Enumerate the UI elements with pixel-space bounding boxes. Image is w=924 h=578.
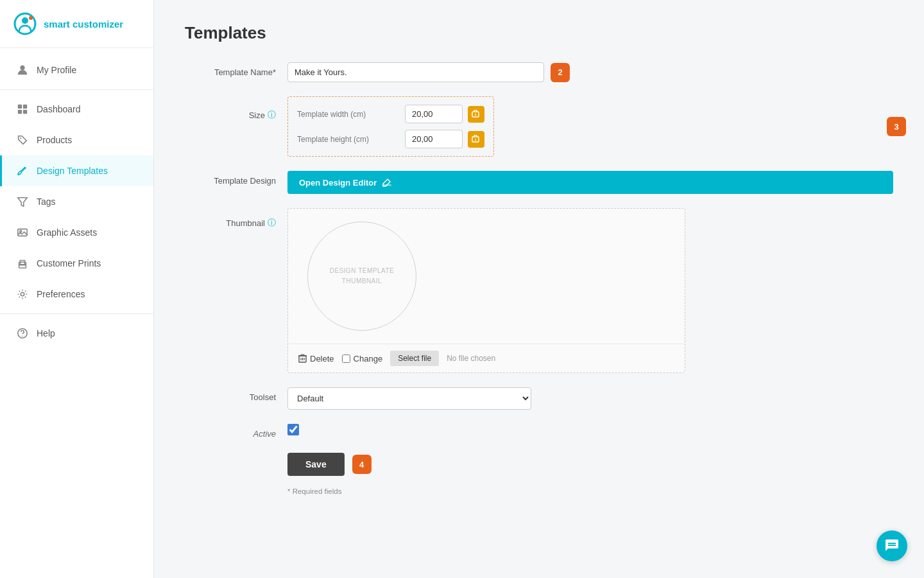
sidebar-item-customer-prints[interactable]: Customer Prints	[0, 248, 153, 279]
save-row: Save 4	[287, 453, 893, 476]
sidebar-label-help: Help	[37, 328, 55, 338]
sidebar-item-dashboard[interactable]: Dashboard	[0, 94, 153, 125]
active-row: Active	[185, 424, 893, 439]
svg-point-16	[21, 292, 24, 295]
logo-text: smart customizer	[44, 19, 123, 30]
sidebar-label-design-templates: Design Templates	[37, 166, 108, 176]
page-title: Templates	[185, 23, 893, 43]
change-label: Change	[354, 354, 383, 363]
filter-icon	[16, 195, 29, 208]
svg-point-3	[20, 66, 24, 70]
tag-icon	[16, 134, 29, 146]
step-badge-2: 2	[551, 63, 570, 82]
main-content: Templates Template Name* 2 Size ⓘ Templa…	[154, 0, 924, 578]
required-note: * Required fields	[287, 487, 893, 495]
sidebar-label-preferences: Preferences	[37, 289, 85, 299]
sidebar-item-tags[interactable]: Tags	[0, 186, 153, 217]
svg-point-15	[25, 263, 26, 264]
change-checkbox-label[interactable]: Change	[342, 354, 383, 363]
svg-point-2	[29, 16, 33, 20]
sidebar-item-products[interactable]: Products	[0, 125, 153, 155]
change-checkbox[interactable]	[342, 355, 350, 363]
save-button[interactable]: Save	[287, 453, 345, 476]
open-design-editor-label: Open Design Editor	[299, 178, 377, 188]
sidebar-label-graphic-assets: Graphic Assets	[37, 227, 97, 238]
thumbnail-row: Thumbnail ⓘ DESIGN TEMPLATE THUMBNAIL De…	[185, 208, 893, 373]
sidebar-item-preferences[interactable]: Preferences	[0, 279, 153, 310]
thumbnail-circle-text: DESIGN TEMPLATE THUMBNAIL	[330, 266, 394, 286]
width-warn-icon[interactable]	[468, 106, 484, 123]
save-label: Save	[305, 459, 327, 469]
sidebar-label-customer-prints: Customer Prints	[37, 258, 101, 268]
svg-rect-11	[18, 229, 27, 236]
size-block: Template width (cm) Template height (cm)	[287, 96, 494, 157]
step-badge-4: 4	[352, 455, 372, 474]
template-name-row: Template Name* 2	[185, 62, 893, 82]
sidebar-label-my-profile: My Profile	[37, 65, 76, 75]
template-name-input[interactable]	[287, 62, 544, 82]
logo-icon	[13, 12, 37, 36]
trash-icon	[298, 354, 307, 363]
thumbnail-preview: DESIGN TEMPLATE THUMBNAIL	[288, 209, 685, 344]
delete-label: Delete	[310, 354, 334, 363]
active-checkbox[interactable]	[287, 424, 299, 435]
sidebar-item-my-profile[interactable]: My Profile	[0, 55, 153, 85]
template-design-label: Template Design	[185, 171, 287, 186]
brush-icon	[16, 164, 29, 177]
select-file-label: Select file	[398, 354, 431, 363]
logo-area: smart customizer	[0, 0, 153, 48]
svg-rect-4	[18, 105, 22, 109]
height-field-row: Template height (cm)	[297, 130, 484, 148]
dashboard-icon	[16, 103, 29, 116]
height-warn-icon[interactable]	[468, 131, 484, 148]
width-label: Template width (cm)	[297, 110, 400, 119]
sidebar-item-graphic-assets[interactable]: Graphic Assets	[0, 217, 153, 248]
template-name-input-row: 2	[287, 62, 893, 82]
svg-marker-10	[18, 198, 27, 207]
thumbnail-actions: Delete Change Select file No file chosen	[288, 344, 685, 372]
sidebar-label-dashboard: Dashboard	[37, 104, 81, 114]
svg-point-18	[22, 336, 22, 337]
svg-rect-7	[23, 110, 27, 114]
active-label: Active	[185, 424, 287, 439]
thumbnail-info-icon[interactable]: ⓘ	[268, 217, 276, 229]
height-label: Template height (cm)	[297, 135, 400, 144]
thumbnail-box: DESIGN TEMPLATE THUMBNAIL Delete Change …	[287, 208, 685, 373]
person-icon	[16, 64, 29, 76]
size-label: Size ⓘ	[185, 96, 287, 121]
toolset-select[interactable]: Default Custom Advanced	[287, 387, 531, 410]
width-field-row: Template width (cm)	[297, 105, 484, 123]
sidebar: smart customizer My Profile Dashboard Pr…	[0, 0, 154, 578]
toolset-label: Toolset	[185, 387, 287, 402]
size-info-icon[interactable]: ⓘ	[268, 109, 276, 121]
no-file-chosen-text: No file chosen	[447, 354, 495, 363]
delete-thumbnail-button[interactable]: Delete	[298, 354, 334, 363]
thumbnail-label: Thumbnail ⓘ	[185, 208, 287, 229]
sidebar-item-help[interactable]: Help	[0, 318, 153, 349]
sidebar-label-tags: Tags	[37, 197, 56, 207]
template-name-label: Template Name*	[185, 62, 287, 77]
sidebar-label-products: Products	[37, 135, 72, 145]
sidebar-nav: My Profile Dashboard Products	[0, 48, 153, 578]
select-file-button[interactable]: Select file	[390, 351, 439, 366]
svg-rect-26	[301, 355, 304, 356]
editor-pencil-icon	[382, 177, 392, 188]
print-icon	[16, 257, 29, 270]
step-badge-3: 3	[887, 117, 906, 136]
template-height-input[interactable]	[405, 130, 463, 148]
template-design-row: Template Design Open Design Editor	[185, 171, 893, 194]
sidebar-item-design-templates[interactable]: Design Templates	[0, 155, 153, 186]
svg-point-1	[22, 17, 28, 24]
image-icon	[16, 226, 29, 239]
svg-rect-5	[23, 105, 27, 109]
svg-point-8	[20, 137, 21, 139]
settings-icon	[16, 288, 29, 301]
template-width-input[interactable]	[405, 105, 463, 123]
open-design-editor-button[interactable]: Open Design Editor	[287, 171, 893, 194]
svg-rect-6	[18, 110, 22, 114]
toolset-row: Toolset Default Custom Advanced	[185, 387, 893, 410]
thumbnail-circle: DESIGN TEMPLATE THUMBNAIL	[307, 222, 416, 331]
chat-fab-button[interactable]	[877, 530, 907, 561]
chat-icon	[884, 538, 900, 554]
size-row: Size ⓘ Template width (cm) Template	[185, 96, 893, 157]
